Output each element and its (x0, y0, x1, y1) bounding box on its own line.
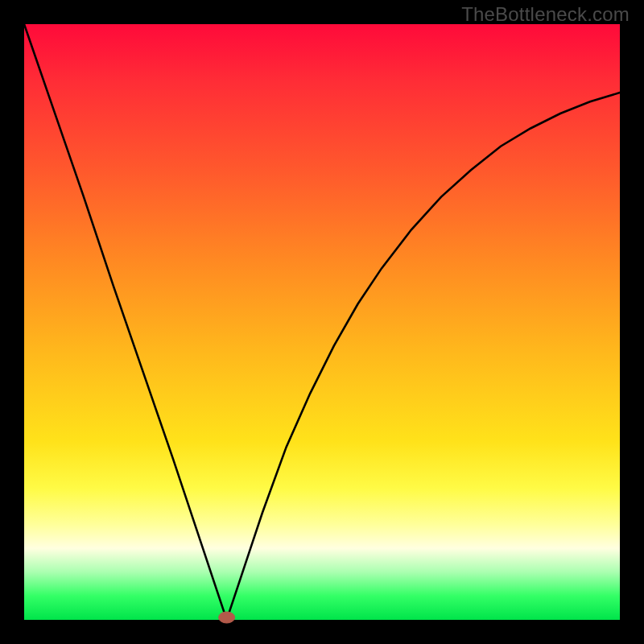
bottleneck-curve (24, 24, 620, 620)
curve-svg (24, 24, 620, 620)
chart-frame: TheBottleneck.com (0, 0, 644, 644)
minimum-marker (219, 612, 235, 623)
watermark-text: TheBottleneck.com (461, 3, 630, 26)
plot-area (24, 24, 620, 620)
